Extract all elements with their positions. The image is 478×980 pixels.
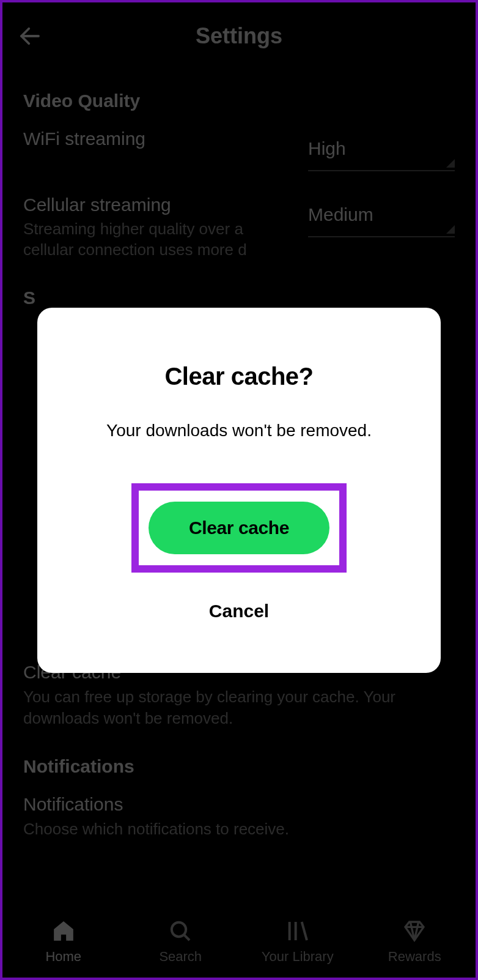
- annotation-highlight: Clear cache: [131, 483, 347, 573]
- modal-backdrop[interactable]: Clear cache? Your downloads won't be rem…: [2, 2, 476, 978]
- cancel-button[interactable]: Cancel: [200, 592, 278, 630]
- dialog-message: Your downloads won't be removed.: [62, 421, 416, 440]
- clear-cache-button[interactable]: Clear cache: [149, 502, 329, 554]
- dialog-title: Clear cache?: [62, 363, 416, 390]
- clear-cache-dialog: Clear cache? Your downloads won't be rem…: [37, 308, 441, 673]
